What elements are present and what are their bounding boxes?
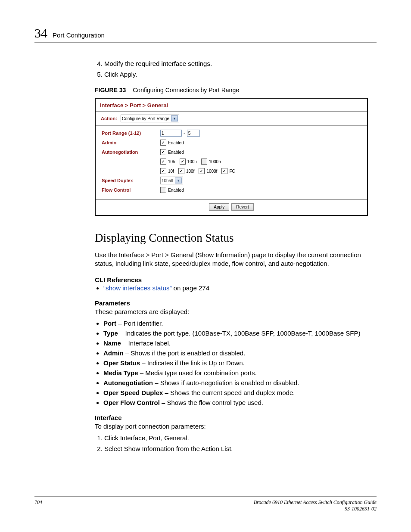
parameter-item: Oper Flow Control – Shows the flow contr…: [103, 399, 368, 406]
cli-reference-tail: on page 274: [171, 284, 209, 292]
parameter-item: Oper Speed Duplex – Shows the current sp…: [103, 389, 368, 396]
flow-control-label: Flow Control: [102, 187, 160, 193]
step-item: Click Apply.: [104, 71, 368, 78]
cap-1000f-label: 1000f: [206, 169, 217, 174]
interface-steps: Click Interface, Port, General. Select S…: [95, 434, 368, 452]
page-header: 34 Port Configuration: [34, 26, 377, 43]
autoneg-checkbox-label: Enabled: [168, 150, 184, 155]
config-screenshot: Interface > Port > General Action: Confi…: [95, 98, 368, 216]
apply-button[interactable]: Apply: [209, 203, 229, 211]
admin-label: Admin: [102, 140, 160, 145]
cap-10h-checkbox[interactable]: [160, 159, 166, 165]
parameters-intro: These parameters are displayed:: [95, 308, 368, 316]
figure-caption-text: Configuring Connections by Port Range: [133, 87, 239, 93]
chevron-down-icon: ▼: [175, 177, 182, 184]
chevron-down-icon: ▼: [171, 115, 178, 121]
parameter-item: Media Type – Media type used for combina…: [103, 369, 368, 376]
autoneg-label: Autonegotiation: [102, 149, 160, 155]
cap-fc-label: FC: [229, 169, 235, 174]
action-select-value: Configure by Port Range: [122, 116, 169, 121]
cap-1000h-checkbox[interactable]: [201, 159, 207, 165]
cap-100h-checkbox[interactable]: [180, 159, 186, 165]
speed-duplex-select[interactable]: 10half ▼: [160, 177, 183, 184]
step-item: Click Interface, Port, General.: [104, 434, 368, 442]
parameter-item: Admin – Shows if the port is enabled or …: [103, 349, 368, 357]
cap-10f-checkbox[interactable]: [160, 168, 166, 174]
admin-checkbox-label: Enabled: [168, 140, 184, 145]
cap-1000f-checkbox[interactable]: [199, 168, 205, 174]
action-select[interactable]: Configure by Port Range ▼: [121, 115, 179, 122]
cap-fc-checkbox[interactable]: [221, 168, 227, 174]
admin-checkbox[interactable]: [160, 140, 166, 146]
section-title: Displaying Connection Status: [95, 231, 368, 245]
parameter-item: Type – Indicates the port type. (100Base…: [103, 330, 368, 337]
autoneg-checkbox[interactable]: [160, 149, 166, 155]
parameter-item: Port – Port identifier.: [103, 320, 368, 327]
cap-10f-label: 10f: [168, 169, 174, 174]
interface-heading: Interface: [95, 414, 368, 421]
figure-label: FIGURE 33: [95, 87, 126, 93]
port-range-to-input[interactable]: [187, 130, 200, 137]
speed-duplex-value: 10half: [162, 178, 173, 183]
cap-10h-label: 10h: [168, 159, 175, 164]
action-row: Action: Configure by Port Range ▼: [96, 112, 367, 125]
revert-button[interactable]: Revert: [231, 203, 253, 211]
footer-doc-number: 53-1002651-02: [345, 506, 377, 512]
port-range-label: Port Range (1-12): [102, 131, 160, 136]
parameters-list: Port – Port identifier. Type – Indicates…: [95, 320, 368, 406]
cap-100f-label: 100f: [186, 169, 194, 174]
breadcrumb: Interface > Port > General: [96, 99, 367, 111]
cap-100f-checkbox[interactable]: [178, 168, 184, 174]
cli-reference-item: “show interfaces status” on page 274: [103, 284, 368, 292]
speed-duplex-label: Speed Duplex: [102, 178, 160, 183]
figure-caption: FIGURE 33 Configuring Connections by Por…: [95, 87, 368, 93]
footer-book-title: Brocade 6910 Ethernet Access Switch Conf…: [254, 499, 377, 505]
flow-control-checkbox-label: Enabled: [168, 188, 184, 193]
parameters-heading: Parameters: [95, 299, 368, 307]
parameter-item: Name – Interface label.: [103, 339, 368, 347]
section-intro: Use the Interface > Port > General (Show…: [95, 251, 368, 268]
steps-list-top: Modify the required interface settings. …: [95, 60, 368, 78]
step-item: Select Show Information from the Action …: [104, 445, 368, 452]
range-dash: -: [184, 131, 185, 136]
step-item: Modify the required interface settings.: [104, 60, 368, 67]
cap-1000h-label: 1000h: [209, 159, 221, 164]
parameter-item: Oper Status – Indicates if the link is U…: [103, 359, 368, 367]
action-label: Action:: [101, 116, 117, 121]
cli-reference-link[interactable]: “show interfaces status”: [103, 284, 171, 292]
page-number: 704: [34, 499, 42, 506]
interface-intro: To display port connection parameters:: [95, 422, 368, 431]
parameter-item: Autonegotiation – Shows if auto-negotiat…: [103, 379, 368, 386]
flow-control-checkbox[interactable]: [160, 187, 166, 193]
cap-100h-label: 100h: [187, 159, 197, 164]
chapter-number: 34: [34, 26, 47, 40]
port-range-from-input[interactable]: [160, 130, 182, 137]
chapter-title: Port Configuration: [53, 31, 105, 39]
page-footer: 704 Brocade 6910 Ethernet Access Switch …: [34, 496, 377, 512]
cli-references-heading: CLI References: [95, 276, 368, 283]
